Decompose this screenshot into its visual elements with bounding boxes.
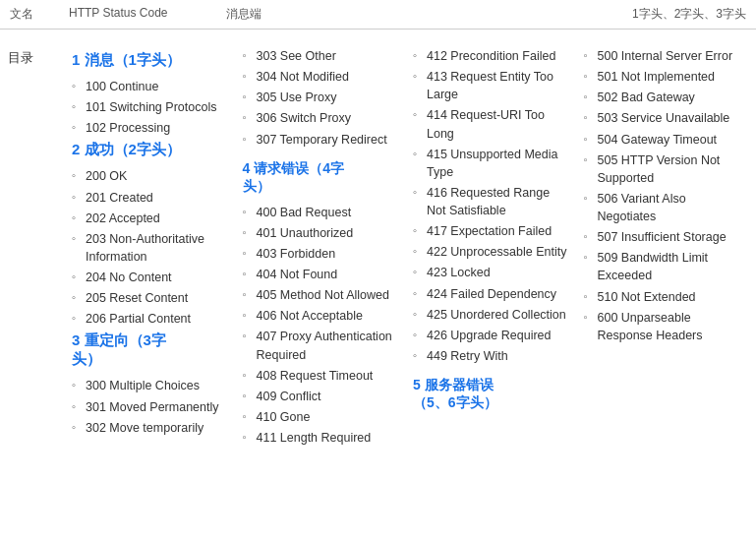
- list-item: 303 See Other: [243, 47, 398, 65]
- topbar-col1: 文名: [10, 6, 69, 23]
- section-heading-1-1: 1 消息（1字头）: [72, 51, 227, 70]
- list-item: 200 OK: [72, 167, 227, 185]
- list-item: 422 Unprocessable Entity: [413, 243, 568, 261]
- list-item: 503 Service Unavailable: [584, 109, 739, 127]
- list-item: 501 Not Implemented: [584, 68, 739, 86]
- list-item: 413 Request Entity Too Large: [413, 68, 568, 103]
- list-item: 404 Not Found: [243, 266, 398, 283]
- list-item: 424 Failed Dependency: [413, 285, 568, 303]
- list-item: 204 No Content: [72, 269, 227, 286]
- topbar-col3: 消息端: [226, 6, 487, 23]
- list-item: 415 Unsupported Media Type: [413, 146, 568, 181]
- list-item: 506 Variant Also Negotiates: [584, 190, 739, 225]
- sidebar: 目录: [0, 39, 54, 458]
- section-heading-2-2: 4 请求错误（4字 头）: [243, 160, 398, 196]
- list-item: 302 Move temporarily: [72, 419, 227, 437]
- list-item: 301 Moved Permanently: [72, 398, 227, 416]
- list-item: 305 Use Proxy: [243, 89, 398, 106]
- list-item: 423 Locked: [413, 264, 568, 281]
- code-list-1-3: 300 Multiple Choices301 Moved Permanentl…: [72, 377, 227, 436]
- list-item: 403 Forbidden: [243, 245, 398, 263]
- list-item: 412 Precondition Failed: [413, 47, 568, 65]
- list-item: 407 Proxy Authentication Required: [243, 328, 398, 363]
- list-item: 504 Gateway Timeout: [584, 131, 739, 149]
- list-item: 410 Gone: [243, 408, 398, 426]
- topbar-col2: HTTP Status Code: [69, 6, 226, 23]
- list-item: 202 Accepted: [72, 210, 227, 227]
- list-item: 306 Switch Proxy: [243, 109, 398, 127]
- list-item: 203 Non-Authoritative Information: [72, 230, 227, 266]
- list-item: 502 Bad Gateway: [584, 89, 739, 106]
- list-item: 409 Conflict: [243, 388, 398, 405]
- list-item: 417 Expectation Failed: [413, 222, 568, 240]
- list-item: 425 Unordered Collection: [413, 306, 568, 324]
- list-item: 205 Reset Content: [72, 289, 227, 307]
- section-heading-1-3: 3 重定向（3字 头）: [72, 331, 227, 369]
- list-item: 400 Bad Request: [243, 204, 398, 221]
- code-list-1-1: 100 Continue101 Switching Protocols102 P…: [72, 78, 227, 137]
- list-item: 102 Processing: [72, 119, 227, 137]
- main-container: 目录 1 消息（1字头）100 Continue101 Switching Pr…: [0, 30, 756, 468]
- list-item: 405 Method Not Allowed: [243, 286, 398, 304]
- list-item: 449 Retry With: [413, 347, 568, 365]
- list-item: 307 Temporary Redirect: [243, 131, 398, 149]
- list-item: 408 Request Timeout: [243, 367, 398, 385]
- list-item: 100 Continue: [72, 78, 227, 95]
- list-item: 201 Created: [72, 189, 227, 207]
- section-heading-3-2: 5 服务器错误 （5、6字头）: [413, 377, 568, 412]
- code-list-2-1: 303 See Other304 Not Modified305 Use Pro…: [243, 47, 398, 149]
- list-item: 426 Upgrade Required: [413, 327, 568, 344]
- list-item: 101 Switching Protocols: [72, 98, 227, 116]
- code-list-4-1: 500 Internal Server Error501 Not Impleme…: [584, 47, 739, 344]
- column-1: 1 消息（1字头）100 Continue101 Switching Proto…: [64, 47, 235, 451]
- list-item: 411 Length Required: [243, 429, 398, 447]
- list-item: 304 Not Modified: [243, 68, 398, 86]
- column-2: 303 See Other304 Not Modified305 Use Pro…: [235, 47, 406, 451]
- list-item: 416 Requested Range Not Satisfiable: [413, 184, 568, 219]
- list-item: 505 HTTP Version Not Supported: [584, 151, 739, 187]
- code-list-1-2: 200 OK201 Created202 Accepted203 Non-Aut…: [72, 167, 227, 328]
- code-list-3-1: 412 Precondition Failed413 Request Entit…: [413, 47, 568, 365]
- list-item: 600 Unparseable Response Headers: [584, 309, 739, 344]
- list-item: 509 Bandwidth Limit Exceeded: [584, 249, 739, 284]
- column-4: 500 Internal Server Error501 Not Impleme…: [576, 47, 747, 451]
- list-item: 507 Insufficient Storage: [584, 228, 739, 246]
- top-bar: 文名 HTTP Status Code 消息端 1字头、2字头、3字头: [0, 0, 756, 30]
- list-item: 300 Multiple Choices: [72, 377, 227, 394]
- list-item: 414 Request-URI Too Long: [413, 106, 568, 142]
- content-area: 1 消息（1字头）100 Continue101 Switching Proto…: [54, 39, 756, 458]
- list-item: 500 Internal Server Error: [584, 47, 739, 65]
- section-heading-1-2: 2 成功（2字头）: [72, 141, 227, 159]
- column-3: 412 Precondition Failed413 Request Entit…: [405, 47, 576, 451]
- sidebar-label: 目录: [8, 50, 33, 65]
- list-item: 206 Partial Content: [72, 310, 227, 328]
- topbar-col4: 1字头、2字头、3字头: [487, 6, 747, 23]
- list-item: 401 Unauthorized: [243, 224, 398, 242]
- code-list-2-2: 400 Bad Request401 Unauthorized403 Forbi…: [243, 204, 398, 448]
- list-item: 510 Not Extended: [584, 288, 739, 306]
- list-item: 406 Not Acceptable: [243, 307, 398, 325]
